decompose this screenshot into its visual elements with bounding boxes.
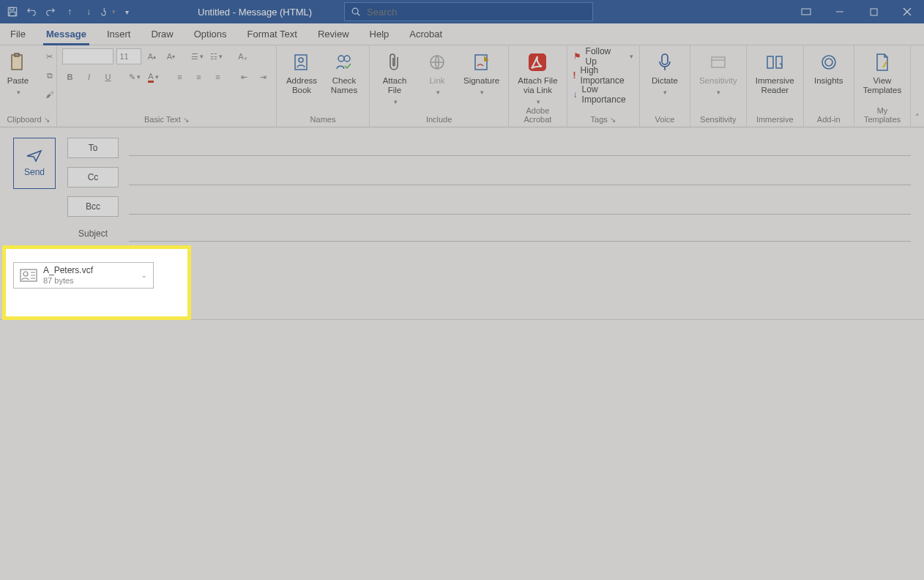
cc-button[interactable]: Cc <box>67 167 119 187</box>
format-painter-icon[interactable]: 🖌 <box>42 86 58 103</box>
group-basic-text: 11 A▴ A▾ ☰▾ ☷▾ Aₓ B I U ✎▾ A▾ ≡ ≡ ≡ <box>57 45 277 127</box>
undo-icon[interactable] <box>23 4 40 20</box>
templates-icon <box>871 51 893 73</box>
tab-format-text[interactable]: Format Text <box>237 24 308 45</box>
svg-point-17 <box>825 59 832 66</box>
redo-icon[interactable] <box>42 4 59 20</box>
font-color-icon[interactable]: A▾ <box>146 69 162 85</box>
align-right-icon[interactable]: ≡ <box>210 69 226 85</box>
message-body[interactable] <box>0 319 924 580</box>
attach-via-link-button[interactable]: Attach File via Link▾ <box>515 48 560 105</box>
search-icon <box>351 7 361 17</box>
align-center-icon[interactable]: ≡ <box>191 69 207 85</box>
clear-formatting-icon[interactable]: Aₓ <box>235 48 251 64</box>
increase-indent-icon[interactable]: ⇥ <box>256 69 272 85</box>
dictate-button[interactable]: Dictate▾ <box>646 48 684 96</box>
immersive-reader-button[interactable]: Immersive Reader <box>753 48 797 95</box>
sensitivity-button[interactable]: Sensitivity▾ <box>696 48 740 96</box>
dialog-launcher-icon[interactable]: ↘ <box>44 116 50 124</box>
window-title: Untitled - Message (HTML) <box>198 7 312 18</box>
highlight-icon[interactable]: ✎▾ <box>127 69 143 85</box>
compose-header: Send To Cc Bcc Subject <box>0 127 924 242</box>
paste-button[interactable]: Paste ▾ <box>0 48 37 96</box>
bcc-field[interactable] <box>129 198 911 215</box>
address-book-icon <box>291 51 313 73</box>
group-templates: View Templates My Templates <box>854 45 911 127</box>
maximize-icon[interactable] <box>857 0 890 23</box>
up-arrow-icon[interactable]: ↑ <box>62 4 78 20</box>
underline-icon[interactable]: U <box>100 69 116 85</box>
numbering-icon[interactable]: ☷▾ <box>209 48 225 64</box>
ribbon-tabs: File Message Insert Draw Options Format … <box>0 23 924 45</box>
send-icon <box>26 149 42 163</box>
svg-rect-1 <box>10 7 14 10</box>
quick-access-toolbar: ↑ ↓ ▾ ▾ <box>0 4 139 20</box>
font-family-combo[interactable] <box>62 48 113 64</box>
group-adobe: Attach File via Link▾ Adobe Acrobat <box>509 45 567 127</box>
low-importance-button[interactable]: ↓Low Importance <box>573 86 633 103</box>
attach-file-button[interactable]: Attach File▾ <box>376 48 414 105</box>
minimize-icon[interactable] <box>823 0 857 23</box>
contact-card-icon <box>20 269 37 282</box>
bullets-icon[interactable]: ☰▾ <box>190 48 206 64</box>
dialog-launcher-icon[interactable]: ↘ <box>610 116 616 124</box>
tab-options[interactable]: Options <box>184 24 237 45</box>
bcc-button[interactable]: Bcc <box>67 196 119 217</box>
clipboard-mini: ✂ ⧉ 🖌 <box>42 48 58 103</box>
send-button[interactable]: Send <box>13 138 56 189</box>
font-size-combo[interactable]: 11 <box>116 48 141 64</box>
acrobat-icon <box>526 51 548 73</box>
search-box[interactable] <box>344 2 593 21</box>
chevron-down-icon: ▾ <box>17 89 21 96</box>
search-input[interactable] <box>367 7 586 18</box>
group-include: Attach File▾ Link▾ Signature▾ Include <box>370 45 509 127</box>
to-button[interactable]: To <box>67 138 119 158</box>
bold-icon[interactable]: B <box>62 69 78 85</box>
decrease-indent-icon[interactable]: ⇤ <box>236 69 253 85</box>
down-arrow-icon[interactable]: ↓ <box>81 4 97 20</box>
link-button[interactable]: Link▾ <box>418 48 456 96</box>
svg-point-11 <box>344 56 350 62</box>
signature-button[interactable]: Signature▾ <box>461 48 502 96</box>
collapse-ribbon-icon[interactable]: ˄ <box>911 45 924 127</box>
high-importance-button[interactable]: !High Importance <box>573 67 633 83</box>
ribbon-display-icon[interactable] <box>789 0 823 23</box>
close-icon[interactable] <box>890 0 924 23</box>
tab-acrobat[interactable]: Acrobat <box>399 24 452 45</box>
follow-up-button[interactable]: ⚑Follow Up▾ <box>573 48 633 64</box>
shrink-font-icon[interactable]: A▾ <box>163 48 179 64</box>
group-clipboard: Paste ▾ ✂ ⧉ 🖌 Clipboard ↘ <box>0 45 57 127</box>
save-icon[interactable] <box>4 4 21 20</box>
attachment-highlight: A_Peters.vcf 87 bytes ⌄ <box>6 249 187 316</box>
signature-icon <box>471 51 493 73</box>
grow-font-icon[interactable]: A▴ <box>144 48 160 64</box>
italic-icon[interactable]: I <box>81 69 97 85</box>
insights-icon <box>818 51 840 73</box>
check-names-button[interactable]: Check Names <box>325 48 363 95</box>
tab-draw[interactable]: Draw <box>141 24 183 45</box>
view-templates-button[interactable]: View Templates <box>860 48 904 95</box>
tab-help[interactable]: Help <box>359 24 400 45</box>
cc-field[interactable] <box>129 169 911 185</box>
paste-icon <box>7 51 29 73</box>
subject-field[interactable] <box>129 226 911 242</box>
dialog-launcher-icon[interactable]: ↘ <box>183 116 189 124</box>
insights-button[interactable]: Insights <box>810 48 848 86</box>
cut-icon[interactable]: ✂ <box>42 48 58 64</box>
svg-rect-5 <box>871 9 877 15</box>
to-field[interactable] <box>129 140 911 156</box>
touch-mode-icon[interactable]: ▾ <box>100 4 116 20</box>
tab-review[interactable]: Review <box>308 24 359 45</box>
copy-icon[interactable]: ⧉ <box>42 67 58 83</box>
tab-message[interactable]: Message <box>36 24 97 45</box>
title-bar: ↑ ↓ ▾ ▾ Untitled - Message (HTML) <box>0 0 924 23</box>
address-book-button[interactable]: Address Book <box>283 48 321 95</box>
customize-qat-icon[interactable]: ▾ <box>119 4 135 20</box>
attachment-card[interactable]: A_Peters.vcf 87 bytes ⌄ <box>13 262 154 289</box>
align-left-icon[interactable]: ≡ <box>172 69 188 85</box>
tab-insert[interactable]: Insert <box>97 24 141 45</box>
svg-point-20 <box>23 272 28 276</box>
paperclip-icon <box>384 51 406 73</box>
tab-file[interactable]: File <box>0 24 36 45</box>
chevron-down-icon[interactable]: ⌄ <box>141 272 147 279</box>
